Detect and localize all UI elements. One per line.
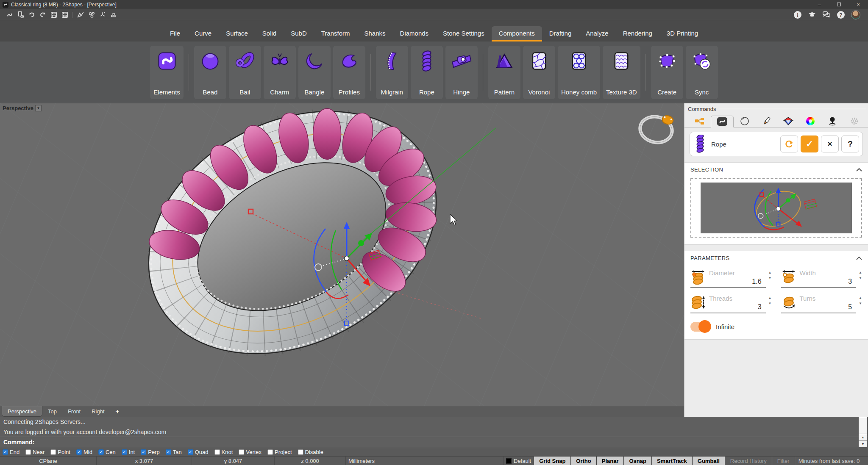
checkbox[interactable] <box>122 449 127 455</box>
ribbon-elements-button[interactable]: Elements <box>150 46 184 99</box>
viewport-tab[interactable]: Right <box>86 406 110 417</box>
ribbon-milgrain-button[interactable]: Milgrain <box>376 46 408 99</box>
checkbox[interactable] <box>76 449 82 455</box>
status-toggle[interactable]: Filter <box>772 457 795 465</box>
viewport-tab[interactable]: + <box>110 406 125 417</box>
tab-hierarchy[interactable] <box>689 115 711 127</box>
tab-2shapes[interactable] <box>711 116 734 127</box>
tab-pen[interactable] <box>756 115 778 127</box>
status-toggle[interactable]: Gumball <box>693 457 725 465</box>
menu-item[interactable]: Components <box>492 26 542 42</box>
menu-item[interactable]: Stone Settings <box>436 26 492 42</box>
platform-icon[interactable] <box>108 10 119 19</box>
checkbox[interactable] <box>214 449 220 455</box>
checkbox[interactable] <box>298 449 303 455</box>
turns-input[interactable]: 5 <box>800 302 857 311</box>
save-incremental-icon[interactable] <box>59 10 70 19</box>
2shapes-logo-icon[interactable] <box>4 10 15 19</box>
ribbon-create-button[interactable]: Create <box>651 46 683 99</box>
ribbon-bead-button[interactable]: Bead <box>194 46 226 99</box>
menu-item[interactable]: SubD <box>284 26 314 42</box>
file-history-icon[interactable] <box>15 10 26 19</box>
osnap-item[interactable]: Near <box>25 449 45 455</box>
help-icon[interactable]: ? <box>837 11 845 19</box>
checkbox[interactable] <box>141 449 146 455</box>
osnap-item[interactable]: Cen <box>98 449 116 455</box>
ribbon-voronoi-button[interactable]: Voronoi <box>523 46 555 99</box>
ribbon-bangle-button[interactable]: Bangle <box>298 46 331 99</box>
osnap-item[interactable]: Quad <box>188 449 209 455</box>
status-segment[interactable]: z 0.000 <box>275 457 346 465</box>
3d-viewport[interactable]: Perspective ▼ <box>0 103 684 406</box>
viewport-title[interactable]: Perspective ▼ <box>3 105 42 111</box>
sketch-icon[interactable] <box>75 10 86 19</box>
status-segment[interactable]: CPlane <box>0 457 97 465</box>
ribbon-profiles-button[interactable]: Profiles <box>333 46 365 99</box>
status-toggle[interactable]: Planar <box>597 457 624 465</box>
turns-spinner[interactable]: ▲▼ <box>858 295 862 305</box>
command-scrollbar[interactable]: ▲ ▼ <box>859 417 867 447</box>
osnap-item[interactable]: End <box>3 449 19 455</box>
ribbon-hinge-button[interactable]: Hinge <box>445 46 478 99</box>
maximize-button[interactable] <box>829 0 849 9</box>
menu-item[interactable]: Analyze <box>579 26 615 42</box>
status-toggle[interactable]: SmartTrack <box>652 457 693 465</box>
checkbox[interactable] <box>25 449 31 455</box>
confirm-button[interactable]: ✓ <box>801 136 818 152</box>
menu-item[interactable]: Transform <box>314 26 357 42</box>
diameter-input[interactable]: 1.6 <box>709 277 766 285</box>
osnap-item[interactable]: Tan <box>166 449 182 455</box>
tab-gem[interactable] <box>778 115 800 127</box>
learn-icon[interactable] <box>808 11 816 19</box>
checkbox[interactable] <box>50 449 56 455</box>
threads-spinner[interactable]: ▲▼ <box>768 295 772 305</box>
menu-item[interactable]: Drafting <box>542 26 579 42</box>
selection-dropzone[interactable] <box>690 178 862 238</box>
help-button[interactable]: ? <box>841 136 859 152</box>
menu-item[interactable]: 3D Printing <box>659 26 705 42</box>
status-toggle[interactable]: Grid Snap <box>534 457 571 465</box>
checkbox[interactable] <box>267 449 273 455</box>
osnap-item[interactable]: Perp <box>141 449 159 455</box>
osnap-item[interactable]: Int <box>122 449 135 455</box>
undo-icon[interactable] <box>26 10 37 19</box>
user-avatar[interactable] <box>851 10 860 19</box>
status-segment[interactable]: Default <box>504 457 534 465</box>
menu-item[interactable]: Rendering <box>616 26 659 42</box>
status-toggle[interactable]: Osnap <box>624 457 651 465</box>
minimize-button[interactable]: – <box>810 0 829 9</box>
osnap-item[interactable]: Disable <box>298 449 323 455</box>
checkbox[interactable] <box>188 449 193 455</box>
osnap-item[interactable]: Vertex <box>239 449 262 455</box>
osnap-item[interactable]: Project <box>267 449 292 455</box>
scroll-down-button[interactable]: ▼ <box>859 440 867 447</box>
ribbon-sync-button[interactable]: Sync <box>686 46 718 99</box>
command-prompt[interactable]: Command: <box>0 437 868 447</box>
checkbox[interactable] <box>239 449 244 455</box>
selection-header[interactable]: SELECTION <box>684 163 868 177</box>
osnap-item[interactable]: Mid <box>76 449 92 455</box>
status-toggle[interactable]: Record History <box>725 457 772 465</box>
status-segment[interactable]: Millimeters <box>346 457 504 465</box>
viewport-dropdown-icon[interactable]: ▼ <box>35 105 42 111</box>
menu-item[interactable]: Shanks <box>357 26 393 42</box>
tab-settings[interactable] <box>843 115 865 127</box>
checkbox[interactable] <box>3 449 8 455</box>
osnap-item[interactable]: Point <box>50 449 70 455</box>
width-spinner[interactable]: ▲▼ <box>858 269 862 280</box>
osnap-item[interactable]: Knot <box>214 449 233 455</box>
tab-sphere[interactable] <box>734 115 756 127</box>
command-history[interactable]: Connecting 2Shapes Servers... You are lo… <box>0 417 868 448</box>
scrollbar-thumb[interactable] <box>859 417 867 434</box>
width-input[interactable]: 3 <box>800 277 857 285</box>
status-segment[interactable]: x 3.077 <box>97 457 192 465</box>
checkbox[interactable] <box>166 449 171 455</box>
ribbon-pattern-button[interactable]: Pattern <box>488 46 520 99</box>
parameters-header[interactable]: PARAMETERS <box>684 251 868 265</box>
status-segment[interactable]: y 8.047 <box>192 457 275 465</box>
infinite-toggle[interactable] <box>690 322 710 332</box>
menu-item[interactable]: Surface <box>219 26 255 42</box>
gumball-tool-icon[interactable] <box>97 10 108 19</box>
checkbox[interactable] <box>98 449 104 455</box>
tab-color-wheel[interactable] <box>799 115 821 127</box>
